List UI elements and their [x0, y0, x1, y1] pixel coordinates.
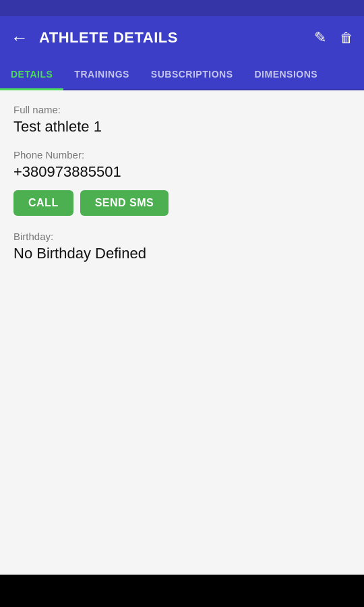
back-button[interactable] [11, 28, 28, 49]
delete-icon[interactable] [340, 29, 353, 47]
birthday-value: No Birthday Defined [13, 245, 351, 262]
tab-bar: DETAILS TRAININGS SUBSCRIPTIONS DIMENSIO… [0, 59, 364, 90]
call-button[interactable]: CALL [13, 190, 73, 216]
send-sms-button[interactable]: SEND SMS [80, 190, 169, 216]
bottom-bar [0, 575, 364, 607]
tab-dimensions[interactable]: DIMENSIONS [243, 59, 328, 89]
tab-subscriptions[interactable]: SUBSCRIPTIONS [140, 59, 244, 89]
app-bar: ATHLETE DETAILS [0, 16, 364, 59]
tab-details[interactable]: DETAILS [0, 59, 63, 89]
status-bar [0, 0, 364, 16]
phone-number-value: +380973885501 [13, 163, 351, 181]
details-content: Full name: Test athlete 1 Phone Number: … [0, 90, 364, 575]
app-bar-actions [314, 29, 353, 47]
tab-trainings[interactable]: TRAININGS [63, 59, 140, 89]
edit-icon[interactable] [314, 29, 326, 47]
full-name-value: Test athlete 1 [13, 118, 351, 136]
action-buttons: CALL SEND SMS [13, 190, 351, 216]
birthday-label: Birthday: [13, 231, 351, 242]
page-title: ATHLETE DETAILS [39, 29, 314, 47]
full-name-label: Full name: [13, 104, 351, 115]
phone-number-label: Phone Number: [13, 149, 351, 161]
